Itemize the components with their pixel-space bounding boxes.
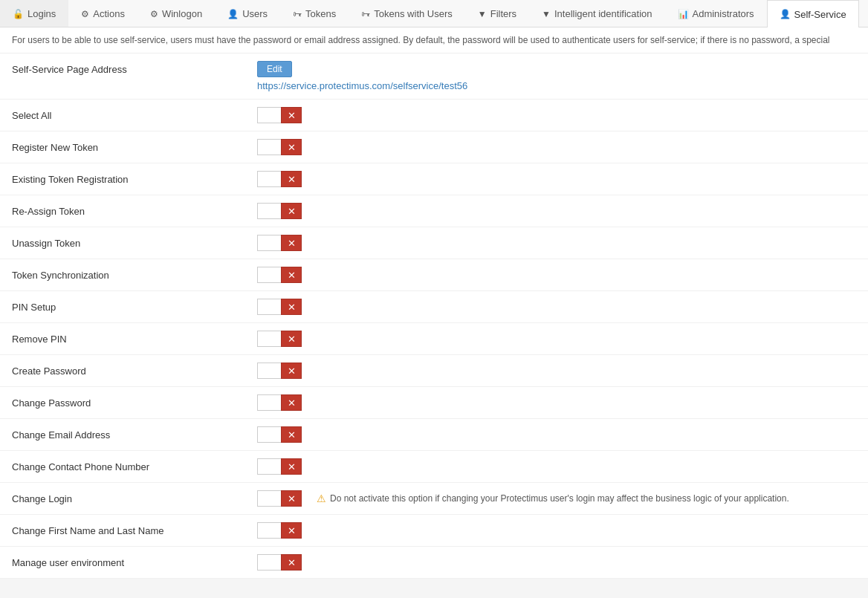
label-register-new-token: Register New Token	[12, 142, 257, 153]
label-create-password: Create Password	[12, 365, 257, 377]
row-manage-user-environment: Manage user environment ✕	[0, 547, 868, 579]
toggle-x-re-assign-token[interactable]: ✕	[281, 203, 302, 219]
warning-icon-change-login: ⚠	[317, 493, 326, 504]
toggle-x-manage-user-environment[interactable]: ✕	[281, 554, 302, 571]
self-service-address-row: Self-Service Page Address Edit https://s…	[0, 53, 868, 100]
toggle-off-token-synchronization[interactable]	[257, 267, 281, 283]
tab-label-winlogon: Winlogon	[162, 8, 202, 19]
row-change-login: Change Login ✕ ⚠ Do not activate this op…	[0, 483, 868, 515]
tab-self-service[interactable]: 👤Self-Service	[767, 0, 859, 27]
label-change-email-address: Change Email Address	[12, 429, 257, 441]
toggle-x-change-login[interactable]: ✕	[281, 490, 302, 507]
tab-label-intelligent-identification: Intelligent identification	[554, 8, 652, 19]
toggle-x-register-new-token[interactable]: ✕	[281, 139, 302, 155]
tab-winlogon[interactable]: ⚙Winlogon	[137, 0, 215, 27]
toggle-off-change-login[interactable]	[257, 490, 281, 507]
tab-users[interactable]: 👤Users	[215, 0, 280, 27]
toggle-x-create-password[interactable]: ✕	[281, 363, 302, 379]
control-remove-pin: ✕	[257, 331, 302, 347]
toggle-off-register-new-token[interactable]	[257, 139, 281, 155]
tab-label-users: Users	[242, 8, 268, 19]
tab-icon-filters: ▼	[478, 9, 487, 19]
label-token-synchronization: Token Synchronization	[12, 270, 257, 281]
toggle-off-re-assign-token[interactable]	[257, 203, 281, 219]
tab-administrators[interactable]: 📊Administrators	[665, 0, 767, 27]
label-change-contact-phone-number: Change Contact Phone Number	[12, 461, 257, 472]
tab-label-logins: Logins	[27, 8, 56, 19]
tab-icon-administrators: 📊	[678, 9, 689, 19]
control-change-contact-phone-number: ✕	[257, 458, 302, 475]
label-unassign-token: Unassign Token	[12, 238, 257, 249]
control-change-email-address: ✕	[257, 426, 302, 443]
toggle-off-manage-user-environment[interactable]	[257, 554, 281, 571]
tab-tokens[interactable]: 🗝Tokens	[280, 0, 349, 27]
toggle-x-change-password[interactable]: ✕	[281, 394, 302, 411]
row-change-first-last-name: Change First Name and Last Name ✕	[0, 515, 868, 547]
toggle-off-select-all[interactable]	[257, 107, 281, 123]
control-pin-setup: ✕	[257, 299, 302, 315]
control-unassign-token: ✕	[257, 235, 302, 251]
tab-tokens-with-users[interactable]: 🗝Tokens with Users	[349, 0, 464, 27]
tab-label-actions: Actions	[93, 8, 125, 19]
info-bar: For users to be able to use self-service…	[0, 27, 868, 53]
control-existing-token-registration: ✕	[257, 171, 302, 187]
control-register-new-token: ✕	[257, 139, 302, 155]
address-link[interactable]: https://service.protectimus.com/selfserv…	[257, 80, 467, 91]
row-create-password: Create Password ✕	[0, 355, 868, 387]
toggle-x-unassign-token[interactable]: ✕	[281, 235, 302, 251]
tab-icon-users: 👤	[227, 9, 239, 19]
tab-label-tokens: Tokens	[305, 8, 336, 19]
toggle-x-change-first-last-name[interactable]: ✕	[281, 522, 302, 539]
label-select-all: Select All	[12, 110, 257, 121]
tab-logins[interactable]: 🔓Logins	[0, 0, 68, 27]
control-re-assign-token: ✕	[257, 203, 302, 219]
tab-icon-actions: ⚙	[81, 9, 89, 19]
toggle-off-existing-token-registration[interactable]	[257, 171, 281, 187]
toggle-off-change-first-last-name[interactable]	[257, 522, 281, 539]
label-existing-token-registration: Existing Token Registration	[12, 174, 257, 185]
label-re-assign-token: Re-Assign Token	[12, 206, 257, 217]
toggle-x-change-email-address[interactable]: ✕	[281, 426, 302, 443]
control-change-login: ✕	[257, 490, 302, 507]
address-control: Edit https://service.protectimus.com/sel…	[257, 61, 467, 91]
tab-filters[interactable]: ▼Filters	[465, 0, 529, 27]
toggle-x-select-all[interactable]: ✕	[281, 107, 302, 123]
tab-icon-logins: 🔓	[13, 9, 24, 19]
toggle-off-change-contact-phone-number[interactable]	[257, 458, 281, 475]
tab-label-filters: Filters	[490, 8, 516, 19]
row-change-contact-phone-number: Change Contact Phone Number ✕	[0, 451, 868, 483]
control-manage-user-environment: ✕	[257, 554, 302, 571]
toggle-off-create-password[interactable]	[257, 363, 281, 379]
toggle-off-change-email-address[interactable]	[257, 426, 281, 443]
row-re-assign-token: Re-Assign Token ✕	[0, 195, 868, 227]
row-change-email-address: Change Email Address ✕	[0, 419, 868, 451]
toggle-off-unassign-token[interactable]	[257, 235, 281, 251]
toggle-x-change-contact-phone-number[interactable]: ✕	[281, 458, 302, 475]
tab-icon-intelligent-identification: ▼	[542, 9, 551, 19]
toggle-x-pin-setup[interactable]: ✕	[281, 299, 302, 315]
toggle-x-existing-token-registration[interactable]: ✕	[281, 171, 302, 187]
toggle-off-pin-setup[interactable]	[257, 299, 281, 315]
row-change-password: Change Password ✕	[0, 387, 868, 419]
label-pin-setup: PIN Setup	[12, 302, 257, 313]
toggle-off-remove-pin[interactable]	[257, 331, 281, 347]
toggle-off-change-password[interactable]	[257, 394, 281, 411]
toggle-x-remove-pin[interactable]: ✕	[281, 331, 302, 347]
address-label: Self-Service Page Address	[12, 61, 257, 75]
row-unassign-token: Unassign Token ✕	[0, 227, 868, 259]
row-register-new-token: Register New Token ✕	[0, 131, 868, 163]
label-change-login: Change Login	[12, 493, 257, 504]
control-change-first-last-name: ✕	[257, 522, 302, 539]
toggle-x-token-synchronization[interactable]: ✕	[281, 267, 302, 283]
tab-label-self-service: Self-Service	[794, 9, 846, 20]
tab-icon-winlogon: ⚙	[150, 9, 158, 19]
tab-actions[interactable]: ⚙Actions	[68, 0, 137, 27]
row-token-synchronization: Token Synchronization ✕	[0, 259, 868, 291]
tab-intelligent-identification[interactable]: ▼Intelligent identification	[529, 0, 664, 27]
control-select-all: ✕	[257, 107, 302, 123]
tab-icon-tokens-with-users: 🗝	[361, 9, 370, 19]
row-select-all: Select All ✕	[0, 100, 868, 131]
nav-tabs: 🔓Logins⚙Actions⚙Winlogon👤Users🗝Tokens🗝To…	[0, 0, 868, 27]
edit-button[interactable]: Edit	[257, 61, 292, 77]
warning-text-change-login: ⚠ Do not activate this option if changin…	[317, 493, 789, 504]
